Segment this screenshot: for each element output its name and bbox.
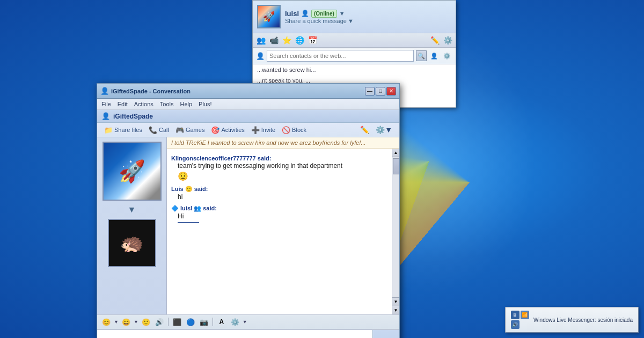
- msg-sender-3: 🔷 luisl 👥 said:: [171, 205, 387, 212]
- format-btn-grid[interactable]: ⬛: [171, 316, 183, 328]
- taskbar-icon-row2: 🔊: [511, 320, 529, 329]
- format-emoji-dropdown2[interactable]: ▼: [134, 319, 138, 325]
- conv-messages-scroll: Klingonscienceofficer7777777 said: team'…: [167, 149, 399, 314]
- action-games[interactable]: 🎮 Games: [173, 124, 207, 136]
- format-settings-dropdown[interactable]: ▼: [243, 319, 247, 325]
- menu-tools[interactable]: Tools: [160, 100, 174, 108]
- wlm-user-info: luisl 👤 (Online) ▼ Share a quick message…: [285, 10, 451, 24]
- search-input[interactable]: [267, 50, 414, 62]
- toolbar-btn-mail[interactable]: ⭐: [281, 34, 292, 46]
- format-emoji-dropdown1[interactable]: ▼: [114, 319, 119, 325]
- msg-text-3: Hi: [171, 212, 387, 223]
- maximize-button[interactable]: □: [376, 87, 385, 95]
- search-options-btn[interactable]: ⚙️: [442, 50, 452, 61]
- conv-actions-bar: 📁 Share files 📞 Call 🎮 Games 🎯 Activitie…: [97, 123, 399, 137]
- action-pencil[interactable]: ✏️: [357, 124, 372, 136]
- activities-icon: 🎯: [211, 126, 219, 134]
- message-3: 🔷 luisl 👥 said: Hi: [171, 205, 387, 223]
- avatar-rocket-image: 🚀: [104, 143, 160, 200]
- username-text: luisl: [285, 10, 299, 18]
- desktop: 🚀 luisl 👤 (Online) ▼ Share a quick messa…: [0, 0, 644, 338]
- contact-icon: 👤: [101, 112, 110, 120]
- status-badge: (Online): [311, 10, 337, 18]
- menu-file[interactable]: File: [101, 100, 111, 108]
- action-share-files[interactable]: 📁 Share files: [101, 124, 145, 136]
- block-icon: 🚫: [282, 126, 290, 134]
- conv-input-right-panel: 👤: [372, 330, 399, 338]
- conv-format-toolbar: 😊 ▼ 😄 ▼ 🙂 🔊 ⬛ 🔵 📷 A ⚙️ ▼: [97, 314, 399, 329]
- taskbar-icon-sound: 🔊: [511, 320, 519, 329]
- avatar[interactable]: 🚀: [257, 5, 281, 28]
- avatar-sonic-image: 🦔: [109, 220, 155, 266]
- search-extra-btn[interactable]: 👤: [429, 50, 440, 61]
- menu-help[interactable]: Help: [180, 100, 192, 108]
- format-btn-circle[interactable]: 🔵: [185, 316, 196, 328]
- msg-sender-2: Luis 🙂 said:: [171, 186, 387, 193]
- conv-input-area: 👤: [97, 329, 399, 338]
- toolbar-btn-calendar[interactable]: 📅: [306, 34, 318, 46]
- avatar-image: 🚀: [258, 6, 280, 27]
- conv-notice-bar: I told TReKiE I wanted to screw him and …: [167, 137, 399, 149]
- scroll-down-btn1[interactable]: ▼: [392, 297, 400, 306]
- format-btn-camera[interactable]: 📷: [198, 316, 210, 328]
- conv-title-icon: 👤: [100, 87, 109, 95]
- toolbar-btn-people[interactable]: 👥: [255, 34, 267, 46]
- taskbar-icon-row1: 🖥 📶: [511, 311, 529, 319]
- format-btn-font[interactable]: A: [216, 316, 228, 328]
- action-call[interactable]: 📞 Call: [146, 124, 172, 136]
- conv-title-text: iGiftedSpade - Conversation: [111, 88, 365, 94]
- message-2: Luis 🙂 said: hi: [171, 186, 387, 202]
- menu-plus[interactable]: Plus!: [199, 100, 211, 108]
- avatar-expand-btn[interactable]: ▼: [128, 205, 136, 215]
- menu-actions[interactable]: Actions: [134, 100, 153, 108]
- scroll-up-button[interactable]: ▲: [392, 149, 400, 157]
- format-btn-face[interactable]: 🙂: [140, 316, 152, 328]
- action-invite[interactable]: ➕ Invite: [248, 124, 278, 136]
- taskbar-icons: 🖥 📶 🔊: [511, 311, 529, 329]
- scroll-down-btn2[interactable]: ▼: [392, 306, 400, 314]
- conv-contact-bar: 👤 iGiftedSpade: [97, 110, 399, 123]
- format-btn-sound[interactable]: 🔊: [153, 316, 165, 328]
- taskbar-notification[interactable]: 🖥 📶 🔊 Windows Live Messenger: sesión ini…: [505, 307, 639, 333]
- message-input[interactable]: [97, 330, 372, 338]
- toolbar-btn-settings[interactable]: ⚙️: [442, 34, 453, 46]
- invite-icon: ➕: [251, 126, 260, 134]
- format-btn-emoji2[interactable]: 😄: [120, 316, 132, 328]
- format-divider-2: [213, 318, 213, 326]
- conv-titlebar: 👤 iGiftedSpade - Conversation — □ ✕: [97, 84, 399, 99]
- share-files-icon: 📁: [104, 126, 113, 134]
- msg-text-2: hi: [171, 193, 387, 202]
- search-go-button[interactable]: 🔍: [416, 50, 427, 61]
- conversation-window: 👤 iGiftedSpade - Conversation — □ ✕ File…: [97, 83, 400, 338]
- msg-text-1: team's trying to get messaging working i…: [171, 161, 387, 171]
- toolbar-btn-globe[interactable]: 🌐: [294, 34, 305, 46]
- action-more[interactable]: ⚙️▼: [373, 124, 395, 136]
- close-button[interactable]: ✕: [386, 87, 396, 95]
- contact-name: iGiftedSpade: [113, 113, 153, 120]
- wlm-quick-message[interactable]: Share a quick message ▼: [285, 18, 451, 24]
- minimize-button[interactable]: —: [365, 87, 375, 95]
- call-icon: 📞: [149, 126, 157, 134]
- format-divider-1: [168, 318, 169, 326]
- conv-chat-panel: I told TReKiE I wanted to screw him and …: [167, 137, 399, 314]
- msg-emoji-1: 😟: [171, 171, 387, 182]
- action-activities[interactable]: 🎯 Activities: [208, 124, 247, 136]
- toolbar-btn-video[interactable]: 📹: [268, 34, 280, 46]
- action-block[interactable]: 🚫 Block: [279, 124, 309, 136]
- conv-menubar: File Edit Actions Tools Help Plus!: [97, 99, 399, 110]
- message-1: Klingonscienceofficer7777777 said: team'…: [171, 155, 387, 182]
- toolbar-btn-edit[interactable]: ✏️: [429, 34, 441, 46]
- scroll-thumb[interactable]: [393, 158, 399, 174]
- wlm-user-section: 🚀 luisl 👤 (Online) ▼ Share a quick messa…: [253, 1, 456, 33]
- wlm-search-bar: 👤 🔍 👤 ⚙️: [253, 48, 456, 64]
- status-dropdown[interactable]: ▼: [339, 10, 345, 17]
- format-btn-settings[interactable]: ⚙️: [229, 316, 241, 328]
- taskbar-icon-network: 📶: [521, 311, 529, 319]
- conv-main-area: 🚀 ▼ 🦔 I told TReKiE I wanted to screw hi…: [97, 137, 399, 314]
- contact-avatar-large[interactable]: 🚀: [103, 142, 162, 201]
- user-avatar-small[interactable]: 🦔: [108, 219, 156, 267]
- wlm-toolbar: 👥 📹 ⭐ 🌐 📅 ✏️ ⚙️: [253, 33, 456, 48]
- search-person-icon: 👤: [256, 52, 265, 60]
- format-btn-emoji1[interactable]: 😊: [100, 316, 112, 328]
- menu-edit[interactable]: Edit: [118, 100, 128, 108]
